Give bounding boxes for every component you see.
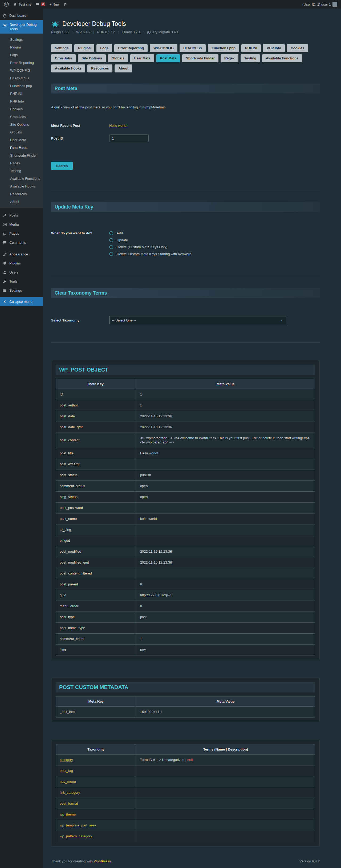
submenu-item[interactable]: Available Hooks — [0, 182, 42, 190]
tab[interactable]: User Meta — [130, 54, 154, 62]
taxonomy-link[interactable]: wp_pattern_category — [60, 834, 92, 838]
tab[interactable]: WP-CONFIG — [150, 44, 178, 52]
taxonomy-link[interactable]: link_category — [60, 790, 80, 795]
sidebar-item-dashboard[interactable]: Dashboard — [0, 11, 42, 20]
column-header-meta-key: Meta Key — [56, 696, 136, 707]
tab[interactable]: Globals — [108, 54, 128, 62]
terms-cell: Term ID #1 -> Uncategorized | null — [136, 754, 315, 766]
sidebar-item-dev-debug-tools[interactable]: Developer Debug Tools — [0, 20, 42, 34]
sidebar-item-comments[interactable]: Comments — [0, 238, 42, 247]
taxonomy-link[interactable]: wp_template_part_area — [60, 823, 96, 827]
meta-value-cell — [136, 524, 315, 535]
submenu-item[interactable]: Shortcode Finder — [0, 152, 42, 159]
tab[interactable]: Cookies — [287, 44, 308, 52]
radio-option-label: Delete (Custom Meta Keys Only) — [117, 245, 167, 249]
taxonomy-link[interactable]: wp_theme — [60, 812, 76, 816]
radio-option[interactable]: Delete Custom Meta Keys Starting with Ke… — [109, 252, 320, 256]
tab[interactable]: Shortcode Finder — [182, 54, 218, 62]
search-button[interactable]: Search — [51, 162, 73, 170]
submenu-item[interactable]: Post Meta — [0, 144, 42, 152]
radio-option[interactable]: Update — [109, 238, 320, 242]
submenu-item[interactable]: Site Options — [0, 121, 42, 128]
tab[interactable]: Site Options — [78, 54, 106, 62]
submenu-item[interactable]: Plugins — [0, 43, 42, 51]
tab[interactable]: Available Functions — [262, 54, 302, 62]
user-greeting: (User ID: 1) user 1 — [302, 2, 331, 6]
table-row: post_status publish — [56, 470, 315, 481]
submenu-item[interactable]: Cron Jobs — [0, 113, 42, 121]
taxonomy-link[interactable]: category — [60, 758, 73, 762]
radio-icon[interactable] — [109, 252, 113, 256]
meta-value-cell — [136, 623, 315, 633]
post-id-input[interactable] — [109, 134, 149, 142]
submenu-item[interactable]: User Meta — [0, 136, 42, 144]
sidebar-item-posts[interactable]: Posts — [0, 211, 42, 220]
tab[interactable]: Testing — [241, 54, 260, 62]
submenu-item[interactable]: Regex — [0, 159, 42, 167]
user-account-menu[interactable]: (User ID: 1) user 1 — [302, 2, 337, 7]
radio-icon[interactable] — [109, 231, 113, 235]
table-row: post_format — [56, 798, 315, 809]
submenu-item[interactable]: Available Functions — [0, 175, 42, 182]
collapse-menu-button[interactable]: Collapse menu — [0, 297, 42, 306]
submenu-item[interactable]: Resources — [0, 190, 42, 198]
taxonomy-link[interactable]: post_tag — [60, 769, 73, 773]
taxonomy-select[interactable]: -- Select One -- ▼ — [109, 316, 286, 324]
debug-flag-menu[interactable] — [64, 3, 67, 6]
sidebar-item-tools[interactable]: Tools — [0, 277, 42, 286]
wordpress-logo-button[interactable]: W — [4, 2, 9, 7]
sidebar-item-settings[interactable]: Settings — [0, 286, 42, 295]
table-row: nav_menu — [56, 776, 315, 787]
meta-key-cell: post_status — [56, 470, 136, 481]
tab[interactable]: Regex — [221, 54, 239, 62]
meta-value-cell: open — [136, 481, 315, 492]
admin-footer: Thank you for creating with WordPress. V… — [51, 859, 320, 867]
meta-value-cell: 2022-11-15 12:23:36 — [136, 422, 315, 433]
radio-option[interactable]: Add — [109, 231, 320, 235]
tab[interactable]: Functions.php — [208, 44, 239, 52]
tab[interactable]: Post Meta — [156, 54, 180, 62]
tab[interactable]: HTACCESS — [180, 44, 206, 52]
sidebar-item-media[interactable]: Media — [0, 220, 42, 229]
tab[interactable]: Logs — [96, 44, 112, 52]
tab[interactable]: Plugins — [74, 44, 94, 52]
submenu-item[interactable]: Testing — [0, 167, 42, 175]
tab[interactable]: PHP.INI — [241, 44, 261, 52]
taxonomy-link[interactable]: nav_menu — [60, 780, 76, 783]
submenu-item[interactable]: About — [0, 198, 42, 206]
comments-menu[interactable]: 0 — [36, 2, 45, 6]
tab[interactable]: Error Reporting — [114, 44, 148, 52]
sidebar-item-users[interactable]: Users — [0, 268, 42, 277]
tab[interactable]: Cron Jobs — [51, 54, 76, 62]
submenu-item[interactable]: Cookies — [0, 105, 42, 113]
most-recent-post-link[interactable]: Hello world! — [109, 124, 127, 128]
meta-key-cell: filter — [56, 645, 136, 655]
submenu-item[interactable]: Error Reporting — [0, 59, 42, 67]
submenu-item[interactable]: PHP Info — [0, 97, 42, 105]
version-info-line: Plugin 1.5.9WP 6.4.2PHP 8.1.12jQuery 3.7… — [51, 30, 320, 34]
tab[interactable]: Resources — [87, 64, 113, 72]
sidebar-item-pages[interactable]: Pages — [0, 229, 42, 238]
tab[interactable]: About — [115, 64, 132, 72]
radio-icon[interactable] — [109, 245, 113, 249]
submenu-item[interactable]: Functions.php — [0, 82, 42, 90]
sidebar-item-plugins[interactable]: Plugins — [0, 259, 42, 268]
column-header-meta-key: Meta Key — [56, 379, 136, 389]
tab[interactable]: PHP Info — [263, 44, 285, 52]
radio-icon[interactable] — [109, 238, 113, 242]
table-row: filter raw — [56, 645, 315, 655]
submenu-item[interactable]: Settings — [0, 36, 42, 43]
tab[interactable]: Available Hooks — [51, 64, 85, 72]
taxonomy-link[interactable]: post_format — [60, 801, 78, 805]
radio-option[interactable]: Delete (Custom Meta Keys Only) — [109, 245, 320, 249]
submenu-item[interactable]: PHP.INI — [0, 90, 42, 97]
new-content-menu[interactable]: + New — [50, 2, 59, 6]
wordpress-link[interactable]: WordPress. — [94, 859, 112, 863]
submenu-item[interactable]: HTACCESS — [0, 74, 42, 82]
submenu-item[interactable]: Globals — [0, 128, 42, 136]
tab[interactable]: Settings — [51, 44, 72, 52]
submenu-item[interactable]: Logs — [0, 51, 42, 59]
sidebar-item-appearance[interactable]: Appearance — [0, 250, 42, 259]
submenu-item[interactable]: WP-CONFIG — [0, 67, 42, 74]
site-name-menu[interactable]: Test site — [13, 2, 31, 6]
